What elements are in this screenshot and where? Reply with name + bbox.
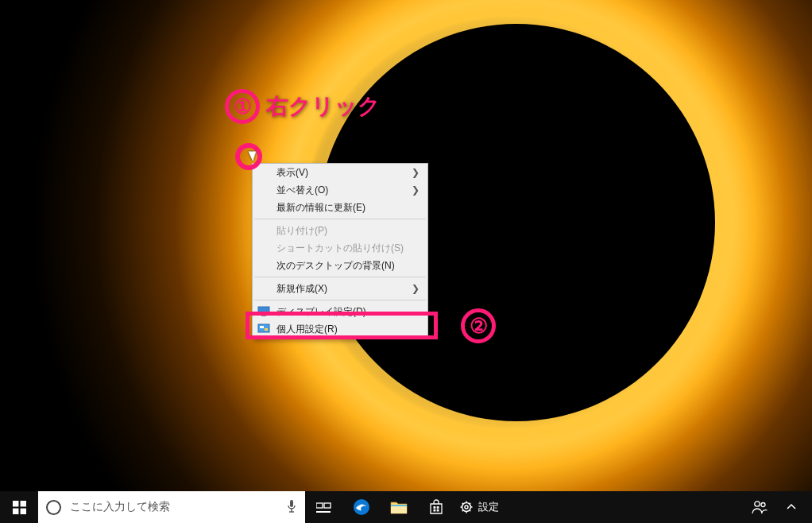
annotation-label-1: 右クリック [266, 91, 381, 122]
menu-item-paste-shortcut: ショートカットの貼り付け(S) [253, 239, 427, 257]
display-icon [257, 305, 271, 318]
svg-rect-8 [13, 508, 18, 513]
svg-rect-19 [433, 506, 435, 509]
svg-rect-18 [391, 505, 407, 506]
menu-label: ショートカットの貼り付け(S) [276, 242, 404, 255]
svg-rect-20 [436, 506, 439, 509]
search-placeholder: ここに入力して検索 [70, 500, 170, 514]
desktop-context-menu: 表示(V) ❯ 並べ替え(O) ❯ 最新の情報に更新(E) 貼り付け(P) ショ… [252, 163, 428, 339]
menu-label: 並べ替え(O) [276, 184, 328, 197]
menu-item-view[interactable]: 表示(V) ❯ [253, 164, 427, 181]
svg-point-24 [465, 506, 468, 509]
menu-item-refresh[interactable]: 最新の情報に更新(E) [253, 199, 427, 216]
menu-label: 最新の情報に更新(E) [276, 201, 365, 215]
annotation-number-2: ② [461, 308, 496, 343]
menu-label: 表示(V) [276, 166, 308, 180]
personalize-icon [257, 323, 271, 335]
menu-label: ディスプレイ設定(D) [276, 305, 366, 319]
people-icon[interactable] [747, 491, 772, 523]
menu-separator [254, 300, 426, 300]
gear-icon [460, 501, 473, 513]
menu-item-new[interactable]: 新規作成(X) ❯ [253, 280, 427, 297]
svg-rect-0 [258, 307, 269, 314]
task-view-button[interactable] [305, 491, 342, 523]
menu-separator [254, 219, 426, 219]
taskbar: ここに入力して検索 設定 [0, 491, 812, 523]
annotation-number-1: ① [225, 89, 260, 124]
settings-label-text: 設定 [478, 500, 499, 514]
svg-rect-6 [13, 501, 18, 506]
svg-line-31 [462, 510, 463, 511]
menu-label: 個人用設定(R) [276, 323, 338, 336]
menu-item-next-background[interactable]: 次のデスクトップの背景(N) [253, 257, 427, 274]
tray-chevron-up-icon[interactable] [779, 491, 804, 523]
store-button[interactable] [417, 491, 454, 523]
menu-label: 次のデスクトップの背景(N) [276, 259, 395, 273]
menu-separator [254, 277, 426, 277]
svg-rect-10 [290, 500, 293, 507]
svg-rect-14 [324, 503, 331, 508]
cortana-icon [46, 500, 61, 515]
microphone-icon[interactable] [286, 499, 297, 516]
search-input[interactable]: ここに入力して検索 [38, 491, 305, 523]
annotation-step-1: ① 右クリック [225, 89, 381, 124]
svg-rect-21 [433, 509, 435, 512]
svg-rect-4 [260, 326, 264, 328]
menu-label: 貼り付け(P) [276, 224, 327, 238]
svg-rect-13 [316, 503, 323, 508]
svg-rect-15 [316, 511, 331, 513]
svg-rect-9 [20, 508, 25, 513]
svg-rect-7 [20, 501, 25, 506]
menu-item-display-settings[interactable]: ディスプレイ設定(D) [253, 303, 427, 320]
svg-line-30 [470, 510, 470, 511]
start-button[interactable] [0, 491, 38, 523]
svg-rect-22 [436, 509, 439, 512]
submenu-arrow-icon: ❯ [412, 184, 420, 196]
svg-point-34 [761, 503, 765, 507]
system-tray [747, 491, 812, 523]
svg-line-29 [462, 503, 463, 504]
menu-item-personalize[interactable]: 個人用設定(R) [253, 320, 427, 338]
svg-line-32 [470, 503, 470, 504]
svg-rect-5 [265, 328, 268, 331]
submenu-arrow-icon: ❯ [412, 283, 420, 294]
file-explorer-button[interactable] [380, 491, 417, 523]
annotation-step-2: ② [461, 308, 496, 343]
edge-browser-button[interactable] [342, 491, 380, 523]
taskbar-pinned-apps: 設定 [305, 491, 499, 523]
svg-rect-2 [261, 315, 266, 316]
menu-item-sort[interactable]: 並べ替え(O) ❯ [253, 181, 427, 199]
settings-app-button[interactable]: 設定 [454, 500, 499, 514]
windows-logo-icon [13, 501, 26, 514]
menu-label: 新規作成(X) [276, 282, 327, 296]
submenu-arrow-icon: ❯ [412, 167, 420, 178]
svg-point-33 [755, 502, 760, 506]
menu-item-paste: 貼り付け(P) [253, 222, 427, 239]
